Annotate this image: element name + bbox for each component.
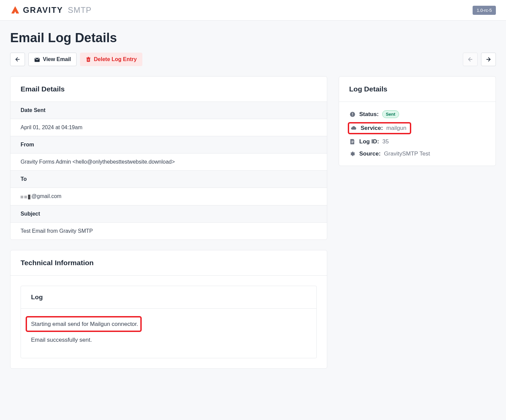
log-line-0: Starting email send for Mailgun connecto… <box>31 321 138 327</box>
date-sent-label: Date Sent <box>10 102 327 119</box>
logid-label: Log ID: <box>359 138 379 145</box>
gravity-logo-icon <box>10 5 20 15</box>
toolbar-left: View Email Delete Log Entry <box>10 53 142 66</box>
from-value: Gravity Forms Admin <hello@onlythebestte… <box>10 153 327 171</box>
envelope-icon <box>34 57 40 62</box>
email-details-heading: Email Details <box>21 85 317 93</box>
status-badge: Sent <box>382 110 399 118</box>
log-line-highlighted: Starting email send for Mailgun connecto… <box>31 316 306 332</box>
log-body: Starting email send for Mailgun connecto… <box>21 309 316 358</box>
delete-entry-label: Delete Log Entry <box>94 56 137 62</box>
right-column: Log Details Status: Sent <box>339 76 496 176</box>
gear-icon <box>349 150 356 157</box>
source-row: Source: GravitySMTP Test <box>349 150 485 157</box>
service-row: Service: mailgun <box>350 125 406 132</box>
toolbar: View Email Delete Log Entry <box>10 53 496 66</box>
delete-entry-button[interactable]: Delete Log Entry <box>80 53 142 66</box>
next-entry-button[interactable] <box>481 53 496 66</box>
source-label: Source: <box>359 150 381 157</box>
svg-rect-3 <box>88 59 88 61</box>
trash-icon <box>86 56 91 62</box>
status-row: Status: Sent <box>349 110 485 118</box>
to-label: To <box>10 171 327 188</box>
log-details-heading: Log Details <box>349 85 485 93</box>
from-label: From <box>10 136 327 153</box>
arrow-left-icon <box>467 56 473 62</box>
brand-logo: GRAVITY SMTP <box>10 5 92 15</box>
arrow-left-icon <box>15 56 21 62</box>
page-title: Email Log Details <box>10 31 496 45</box>
log-details-header: Log Details <box>339 77 496 102</box>
technical-info-card: Technical Information Log Starting email… <box>10 250 327 369</box>
subject-value: Test Email from Gravity SMTP <box>10 223 327 240</box>
columns: Email Details Date Sent April 01, 2024 a… <box>10 76 496 379</box>
technical-info-header: Technical Information <box>10 250 327 276</box>
log-heading: Log <box>21 286 316 309</box>
svg-rect-12 <box>352 143 353 143</box>
service-value: mailgun <box>386 125 406 132</box>
svg-rect-9 <box>352 115 353 116</box>
svg-rect-4 <box>89 59 89 61</box>
view-email-label: View Email <box>43 56 71 62</box>
logid-value: 35 <box>383 138 389 145</box>
arrow-right-icon <box>485 56 491 62</box>
svg-rect-11 <box>352 142 354 142</box>
subject-label: Subject <box>10 205 327 223</box>
logid-row: Log ID: 35 <box>349 138 485 145</box>
technical-info-body: Log Starting email send for Mailgun conn… <box>10 276 327 368</box>
redacted-prefix <box>21 194 31 200</box>
version-badge: 1.0-rc-5 <box>473 6 496 15</box>
date-sent-value: April 01, 2024 at 04:19am <box>10 119 327 136</box>
toolbar-right <box>463 53 496 66</box>
back-button[interactable] <box>10 53 25 66</box>
left-column: Email Details Date Sent April 01, 2024 a… <box>10 76 327 379</box>
email-details-header: Email Details <box>10 77 327 102</box>
brand-name: GRAVITY <box>23 5 63 15</box>
log-box: Log Starting email send for Mailgun conn… <box>21 286 317 358</box>
log-details-card: Log Details Status: Sent <box>339 76 496 166</box>
svg-rect-2 <box>88 57 89 58</box>
highlight-box: Starting email send for Mailgun connecto… <box>26 316 142 332</box>
to-suffix: @gmail.com <box>31 193 61 199</box>
svg-rect-1 <box>86 58 90 58</box>
log-line-1: Email successfully sent. <box>31 335 306 344</box>
service-label: Service: <box>361 125 383 132</box>
svg-rect-8 <box>352 113 353 115</box>
status-icon <box>349 111 356 118</box>
brand-suffix: SMTP <box>68 5 92 15</box>
source-value: GravitySMTP Test <box>384 150 430 157</box>
to-value: @gmail.com <box>10 188 327 205</box>
email-details-card: Email Details Date Sent April 01, 2024 a… <box>10 76 327 240</box>
technical-info-heading: Technical Information <box>21 259 317 267</box>
status-label: Status: <box>359 111 379 118</box>
page-content: Email Log Details View Email Delete Log … <box>0 21 506 389</box>
cloud-icon <box>350 125 357 132</box>
document-icon <box>349 138 356 145</box>
prev-entry-button[interactable] <box>463 53 478 66</box>
log-details-body: Status: Sent Service: mailgun <box>339 102 496 166</box>
topbar: GRAVITY SMTP 1.0-rc-5 <box>0 0 506 21</box>
service-highlight: Service: mailgun <box>348 122 411 134</box>
view-email-button[interactable]: View Email <box>28 53 77 66</box>
svg-rect-10 <box>352 141 354 141</box>
